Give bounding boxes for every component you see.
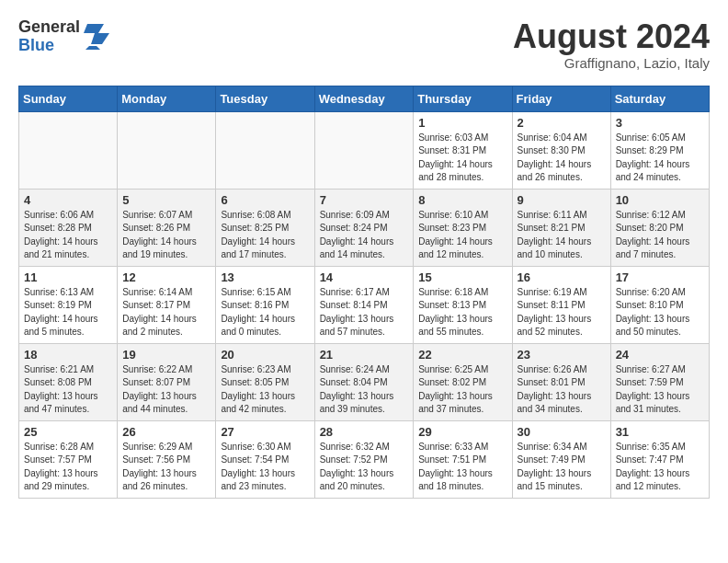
calendar-day-cell: 9Sunrise: 6:11 AM Sunset: 8:21 PM Daylig… — [512, 189, 610, 266]
weekday-header: Sunday — [19, 86, 118, 111]
day-number: 27 — [221, 425, 309, 439]
day-info: Sunrise: 6:17 AM Sunset: 8:14 PM Dayligh… — [320, 286, 409, 339]
day-number: 14 — [320, 270, 409, 284]
calendar-day-cell: 5Sunrise: 6:07 AM Sunset: 8:26 PM Daylig… — [118, 189, 216, 266]
day-info: Sunrise: 6:10 AM Sunset: 8:23 PM Dayligh… — [418, 209, 506, 262]
day-info: Sunrise: 6:35 AM Sunset: 7:47 PM Dayligh… — [616, 441, 704, 494]
calendar-week-row: 18Sunrise: 6:21 AM Sunset: 8:08 PM Dayli… — [19, 343, 710, 420]
day-info: Sunrise: 6:07 AM Sunset: 8:26 PM Dayligh… — [122, 209, 210, 262]
weekday-header-row: SundayMondayTuesdayWednesdayThursdayFrid… — [19, 86, 710, 111]
day-number: 10 — [616, 193, 704, 207]
svg-marker-0 — [84, 24, 109, 44]
svg-marker-1 — [85, 46, 100, 50]
day-number: 16 — [518, 270, 606, 284]
day-number: 24 — [616, 348, 704, 362]
day-number: 26 — [122, 425, 210, 439]
day-info: Sunrise: 6:22 AM Sunset: 8:07 PM Dayligh… — [122, 363, 210, 417]
calendar-day-cell: 16Sunrise: 6:19 AM Sunset: 8:11 PM Dayli… — [512, 266, 610, 343]
day-info: Sunrise: 6:26 AM Sunset: 8:01 PM Dayligh… — [518, 363, 606, 417]
calendar-day-cell: 7Sunrise: 6:09 AM Sunset: 8:24 PM Daylig… — [314, 189, 414, 266]
day-info: Sunrise: 6:12 AM Sunset: 8:20 PM Dayligh… — [616, 209, 704, 262]
day-number: 9 — [518, 193, 606, 207]
day-number: 1 — [418, 116, 506, 130]
day-number: 7 — [320, 193, 409, 207]
day-number: 20 — [221, 348, 309, 362]
calendar-day-cell: 17Sunrise: 6:20 AM Sunset: 8:10 PM Dayli… — [610, 266, 709, 343]
calendar-day-cell: 15Sunrise: 6:18 AM Sunset: 8:13 PM Dayli… — [414, 266, 512, 343]
calendar-day-cell: 2Sunrise: 6:04 AM Sunset: 8:30 PM Daylig… — [512, 111, 610, 189]
calendar-day-cell: 8Sunrise: 6:10 AM Sunset: 8:23 PM Daylig… — [414, 189, 512, 266]
day-number: 11 — [24, 270, 112, 284]
day-info: Sunrise: 6:09 AM Sunset: 8:24 PM Dayligh… — [320, 209, 409, 262]
day-number: 18 — [24, 348, 112, 362]
day-number: 15 — [418, 270, 506, 284]
day-info: Sunrise: 6:34 AM Sunset: 7:49 PM Dayligh… — [518, 441, 606, 494]
day-info: Sunrise: 6:14 AM Sunset: 8:17 PM Dayligh… — [122, 286, 210, 339]
logo-general: General — [18, 18, 80, 37]
day-number: 2 — [518, 116, 606, 130]
day-info: Sunrise: 6:11 AM Sunset: 8:21 PM Dayligh… — [518, 209, 606, 262]
day-number: 31 — [616, 425, 704, 439]
day-info: Sunrise: 6:15 AM Sunset: 8:16 PM Dayligh… — [221, 286, 309, 339]
calendar-day-cell — [19, 111, 118, 189]
day-number: 29 — [418, 425, 506, 439]
calendar-week-row: 4Sunrise: 6:06 AM Sunset: 8:28 PM Daylig… — [19, 189, 710, 266]
weekday-header: Friday — [512, 86, 610, 111]
weekday-header: Thursday — [414, 86, 512, 111]
day-info: Sunrise: 6:24 AM Sunset: 8:04 PM Dayligh… — [320, 363, 409, 417]
day-info: Sunrise: 6:30 AM Sunset: 7:54 PM Dayligh… — [221, 441, 309, 494]
day-number: 28 — [320, 425, 409, 439]
day-info: Sunrise: 6:05 AM Sunset: 8:29 PM Dayligh… — [616, 132, 704, 185]
calendar-day-cell: 30Sunrise: 6:34 AM Sunset: 7:49 PM Dayli… — [512, 420, 610, 498]
day-number: 30 — [518, 425, 606, 439]
calendar-day-cell: 14Sunrise: 6:17 AM Sunset: 8:14 PM Dayli… — [314, 266, 414, 343]
calendar-day-cell: 3Sunrise: 6:05 AM Sunset: 8:29 PM Daylig… — [610, 111, 709, 189]
calendar-day-cell: 26Sunrise: 6:29 AM Sunset: 7:56 PM Dayli… — [118, 420, 216, 498]
day-info: Sunrise: 6:21 AM Sunset: 8:08 PM Dayligh… — [24, 363, 112, 417]
calendar-day-cell: 10Sunrise: 6:12 AM Sunset: 8:20 PM Dayli… — [610, 189, 709, 266]
weekday-header: Wednesday — [314, 86, 414, 111]
calendar-day-cell: 29Sunrise: 6:33 AM Sunset: 7:51 PM Dayli… — [414, 420, 512, 498]
calendar-day-cell: 27Sunrise: 6:30 AM Sunset: 7:54 PM Dayli… — [216, 420, 314, 498]
calendar-day-cell: 18Sunrise: 6:21 AM Sunset: 8:08 PM Dayli… — [19, 343, 118, 420]
day-info: Sunrise: 6:23 AM Sunset: 8:05 PM Dayligh… — [221, 363, 309, 417]
day-number: 25 — [24, 425, 112, 439]
day-number: 6 — [221, 193, 309, 207]
calendar-day-cell: 25Sunrise: 6:28 AM Sunset: 7:57 PM Dayli… — [19, 420, 118, 498]
day-number: 22 — [418, 348, 506, 362]
day-info: Sunrise: 6:08 AM Sunset: 8:25 PM Dayligh… — [221, 209, 309, 262]
logo-icon — [84, 24, 109, 50]
calendar-day-cell: 13Sunrise: 6:15 AM Sunset: 8:16 PM Dayli… — [216, 266, 314, 343]
day-info: Sunrise: 6:06 AM Sunset: 8:28 PM Dayligh… — [24, 209, 112, 262]
day-number: 19 — [122, 348, 210, 362]
calendar-day-cell: 20Sunrise: 6:23 AM Sunset: 8:05 PM Dayli… — [216, 343, 314, 420]
day-number: 17 — [616, 270, 704, 284]
calendar-day-cell: 23Sunrise: 6:26 AM Sunset: 8:01 PM Dayli… — [512, 343, 610, 420]
calendar-day-cell: 24Sunrise: 6:27 AM Sunset: 7:59 PM Dayli… — [610, 343, 709, 420]
day-number: 12 — [122, 270, 210, 284]
calendar-day-cell: 6Sunrise: 6:08 AM Sunset: 8:25 PM Daylig… — [216, 189, 314, 266]
day-number: 23 — [518, 348, 606, 362]
day-info: Sunrise: 6:13 AM Sunset: 8:19 PM Dayligh… — [24, 286, 112, 339]
day-info: Sunrise: 6:29 AM Sunset: 7:56 PM Dayligh… — [122, 441, 210, 494]
calendar-week-row: 25Sunrise: 6:28 AM Sunset: 7:57 PM Dayli… — [19, 420, 710, 498]
day-info: Sunrise: 6:25 AM Sunset: 8:02 PM Dayligh… — [418, 363, 506, 417]
weekday-header: Monday — [118, 86, 216, 111]
location-subtitle: Graffignano, Lazio, Italy — [513, 55, 710, 71]
page-header: General Blue August 2024 Graffignano, La… — [18, 18, 710, 71]
calendar-day-cell — [118, 111, 216, 189]
day-number: 3 — [616, 116, 704, 130]
weekday-header: Tuesday — [216, 86, 314, 111]
calendar-day-cell: 1Sunrise: 6:03 AM Sunset: 8:31 PM Daylig… — [414, 111, 512, 189]
calendar-day-cell: 31Sunrise: 6:35 AM Sunset: 7:47 PM Dayli… — [610, 420, 709, 498]
day-info: Sunrise: 6:28 AM Sunset: 7:57 PM Dayligh… — [24, 441, 112, 494]
calendar-day-cell: 19Sunrise: 6:22 AM Sunset: 8:07 PM Dayli… — [118, 343, 216, 420]
day-number: 13 — [221, 270, 309, 284]
day-info: Sunrise: 6:04 AM Sunset: 8:30 PM Dayligh… — [518, 132, 606, 185]
calendar-day-cell — [216, 111, 314, 189]
calendar-day-cell: 22Sunrise: 6:25 AM Sunset: 8:02 PM Dayli… — [414, 343, 512, 420]
weekday-header: Saturday — [610, 86, 709, 111]
day-info: Sunrise: 6:33 AM Sunset: 7:51 PM Dayligh… — [418, 441, 506, 494]
day-number: 5 — [122, 193, 210, 207]
day-info: Sunrise: 6:20 AM Sunset: 8:10 PM Dayligh… — [616, 286, 704, 339]
